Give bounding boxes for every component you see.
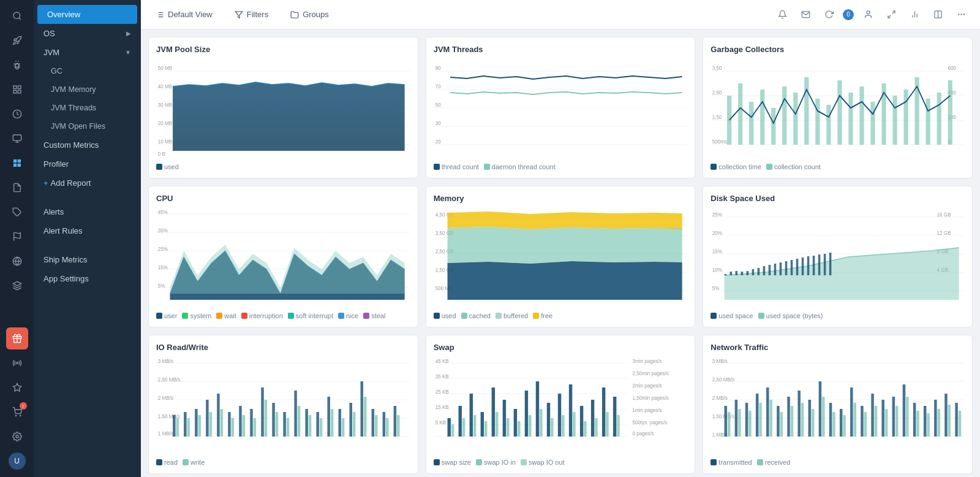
chart-network-traffic: Network Traffic 3 MB/s 2,50 MB/s 2 MB/s …: [703, 335, 973, 474]
svg-rect-288: [872, 394, 875, 437]
groups-btn[interactable]: Groups: [285, 7, 334, 21]
svg-rect-267: [760, 403, 763, 437]
svg-rect-302: [945, 394, 948, 437]
sidebar-item-profiler[interactable]: Profiler: [34, 155, 141, 174]
expand-icon[interactable]: [882, 6, 900, 24]
svg-text:15 KB: 15 KB: [435, 404, 448, 411]
svg-rect-244: [562, 415, 565, 437]
svg-rect-241: [529, 415, 532, 437]
svg-rect-232: [602, 387, 605, 437]
svg-rect-141: [796, 259, 799, 275]
legend-item: used: [156, 163, 179, 170]
svg-rect-136: [769, 265, 771, 275]
topbar-right: 0: [773, 6, 970, 24]
flag-icon[interactable]: [6, 226, 28, 248]
grid-icon[interactable]: [6, 78, 28, 101]
sidebar-item-alert-rules[interactable]: Alert Rules: [34, 221, 141, 240]
svg-rect-248: [606, 412, 609, 437]
svg-rect-276: [809, 400, 812, 437]
chart-swap: Swap 45 KB 35 KB 25 KB 15 KB 5 KB 3min p…: [426, 335, 696, 474]
svg-rect-273: [791, 406, 794, 437]
svg-rect-193: [364, 397, 367, 437]
chart-legend: read write: [156, 459, 410, 466]
settings-icon[interactable]: [6, 425, 28, 448]
svg-text:2 MB/s: 2 MB/s: [158, 395, 173, 402]
svg-rect-301: [938, 409, 941, 437]
svg-rect-175: [265, 400, 268, 437]
rocket-icon[interactable]: [6, 29, 28, 52]
svg-rect-4: [13, 90, 17, 93]
sidebar-item-jvm-threads[interactable]: JVM Threads: [34, 99, 141, 117]
bug-icon[interactable]: [6, 54, 28, 76]
clock-icon[interactable]: [6, 103, 28, 125]
cart-icon[interactable]: !: [6, 401, 28, 423]
svg-rect-171: [243, 415, 246, 437]
sidebar-item-os[interactable]: OS ▶: [34, 24, 141, 43]
svg-rect-133: [752, 269, 755, 275]
star-icon[interactable]: [6, 376, 28, 399]
legend-item: read: [156, 459, 178, 466]
legend-item: nice: [338, 312, 358, 319]
chart-legend: transmitted received: [710, 459, 965, 466]
svg-rect-299: [927, 413, 930, 437]
refresh-icon[interactable]: [820, 6, 838, 24]
svg-rect-283: [843, 415, 846, 437]
sidebar-item-jvm-memory[interactable]: JVM Memory: [34, 80, 141, 99]
sidebar-item-overview[interactable]: Overview: [37, 5, 137, 24]
layers-icon[interactable]: [6, 275, 28, 297]
chart-legend: thread count daemon thread count: [434, 163, 688, 170]
svg-rect-167: [221, 409, 224, 437]
svg-rect-278: [819, 381, 822, 437]
person-icon[interactable]: [859, 6, 877, 24]
sidebar-item-jvm-open-files[interactable]: JVM Open Files: [34, 117, 141, 135]
sidebar-item-add-report[interactable]: +Add Report: [34, 174, 141, 193]
document-icon[interactable]: [6, 177, 28, 199]
svg-rect-147: [829, 253, 832, 275]
default-view-btn[interactable]: Default View: [151, 7, 217, 21]
dashboard-icon[interactable]: [6, 152, 28, 174]
columns-icon[interactable]: [929, 6, 947, 24]
chart-legend: used: [156, 163, 410, 170]
sidebar-item-app-settings[interactable]: App Settings: [34, 269, 141, 288]
svg-rect-190: [349, 403, 352, 437]
chart-jvm-threads: JVM Threads 90 70 50 30 20: [426, 37, 696, 178]
svg-text:2 MB/s: 2 MB/s: [712, 395, 728, 402]
globe-icon[interactable]: [6, 250, 28, 272]
chevron-down-icon: ▼: [125, 49, 131, 56]
sidebar-item-alerts[interactable]: Alerts: [34, 202, 141, 221]
svg-rect-242: [540, 409, 543, 437]
sidebar-item-jvm[interactable]: JVM ▼: [34, 43, 141, 62]
legend-item: swap size: [434, 459, 471, 466]
legend-item: system: [182, 312, 211, 319]
more-icon[interactable]: [952, 6, 970, 24]
user-avatar[interactable]: U: [6, 450, 28, 472]
sidebar-item-gc[interactable]: GC: [34, 62, 141, 80]
sidebar-item-custom-metrics[interactable]: Custom Metrics: [34, 135, 141, 155]
svg-text:500ms: 500ms: [712, 139, 727, 145]
chart-title: JVM Threads: [434, 45, 688, 54]
sidebar-item-ship-metrics[interactable]: Ship Metrics: [34, 250, 141, 269]
svg-rect-84: [849, 93, 853, 145]
bell-icon[interactable]: [773, 6, 791, 24]
puzzle-icon[interactable]: [6, 201, 28, 223]
search-icon[interactable]: [6, 5, 28, 27]
svg-text:45%: 45%: [158, 209, 168, 216]
broadcast-icon[interactable]: [6, 352, 28, 374]
svg-rect-237: [484, 421, 488, 437]
bar-chart-icon[interactable]: [905, 6, 924, 24]
mail-icon[interactable]: [796, 6, 815, 24]
svg-rect-286: [861, 406, 864, 437]
monitor-icon[interactable]: [6, 128, 28, 150]
folder-icon: [290, 10, 299, 19]
svg-rect-247: [595, 418, 598, 437]
svg-rect-266: [756, 394, 759, 437]
svg-rect-225: [524, 391, 527, 437]
svg-text:2,50 MB/s: 2,50 MB/s: [158, 376, 180, 383]
gift-icon[interactable]: [6, 327, 28, 349]
svg-text:90: 90: [435, 65, 440, 72]
svg-text:5%: 5%: [712, 285, 720, 292]
filters-btn[interactable]: Filters: [230, 7, 273, 21]
svg-rect-195: [375, 415, 378, 437]
svg-rect-132: [747, 271, 749, 275]
legend-item: wait: [216, 312, 236, 319]
